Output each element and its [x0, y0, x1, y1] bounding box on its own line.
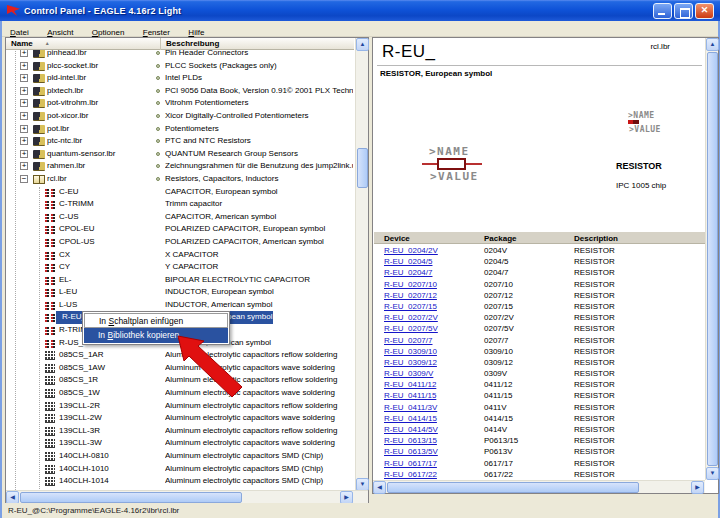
tree-horizontal-scrollbar[interactable]: ◀ ▶ [6, 490, 368, 503]
expand-toggle-icon[interactable] [20, 62, 28, 70]
description-cell: RESISTOR [574, 323, 615, 334]
detail-vscroll-thumb[interactable] [707, 52, 718, 466]
tree-row[interactable]: plxtech.lbr PCI 9056 Data Book, Version … [6, 85, 354, 98]
tree-row[interactable]: CPOL-EU POLARIZED CAPACITOR, European sy… [6, 223, 354, 236]
column-header-description[interactable]: Beschreibung [161, 38, 219, 50]
tree-row[interactable]: quantum-sensor.lbr QUANTUM Research Grou… [6, 148, 354, 161]
tree-row[interactable]: pinhead.lbr Pin Header Connectors [6, 50, 354, 60]
expand-toggle-icon[interactable] [20, 162, 28, 170]
tree-row[interactable]: pot.lbr Potentiometers [6, 123, 354, 136]
device-link[interactable]: R-EU_0414/15 [384, 413, 437, 424]
tree-row-description: Intel PLDs [165, 72, 353, 85]
detail-hscroll-thumb[interactable] [387, 482, 639, 493]
tree-row[interactable]: rcl.lbr Resistors, Capacitors, Inductors [6, 173, 354, 186]
library-item-icon [45, 276, 55, 285]
device-link[interactable]: R-EU_0613/5V [384, 446, 438, 457]
device-link[interactable]: R-EU_0411/15 [384, 390, 436, 401]
tree-row[interactable]: rahmen.lbr Zeichnungsrahmen für die Benu… [6, 160, 354, 173]
scroll-up-icon[interactable]: ▲ [706, 38, 719, 51]
description-cell: RESISTOR [574, 469, 615, 480]
minimize-button[interactable] [653, 3, 672, 19]
device-link[interactable]: R-EU_0617/22 [384, 469, 437, 480]
expand-toggle-icon[interactable] [20, 175, 28, 183]
device-link[interactable]: R-EU_0411/12 [384, 379, 436, 390]
detail-vertical-scrollbar[interactable]: ▲ ▼ [705, 38, 718, 480]
tree-row[interactable]: ptc-ntc.lbr PTC and NTC Resistors [6, 135, 354, 148]
device-link[interactable]: R-EU_0411/3V [384, 402, 437, 413]
scroll-up-icon[interactable]: ▲ [356, 38, 369, 51]
tree-row[interactable]: 085CS_1AR Aluminum electrolytic capacito… [6, 349, 354, 362]
tree-row-description: Y CAPACITOR [165, 261, 353, 274]
library-item-icon [45, 414, 55, 423]
device-link[interactable]: R-EU_0207/15 [384, 301, 437, 312]
device-link[interactable]: R-EU_0414/5V [384, 424, 438, 435]
tree-row[interactable]: 140CLH-1010 Aluminum electrolytic capaci… [6, 463, 354, 476]
tree-row[interactable]: CY Y CAPACITOR [6, 261, 354, 274]
expand-toggle-icon[interactable] [20, 74, 28, 82]
device-link[interactable]: R-EU_0309/10 [384, 346, 437, 357]
tree-row[interactable]: 085CS_1R Aluminum electrolytic capacitor… [6, 374, 354, 387]
table-row: R-EU_0207/10 0207/10 RESISTOR [374, 279, 705, 290]
tree-row[interactable]: CPOL-US POLARIZED CAPACITOR, American sy… [6, 236, 354, 249]
tree-row-name: CX [59, 249, 70, 262]
tree-row[interactable]: plcc-socket.lbr PLCC Sockets (Packages o… [6, 60, 354, 73]
device-link[interactable]: R-EU_0204/2V [384, 245, 438, 256]
device-link[interactable]: R-EU_0207/7 [384, 335, 432, 346]
tree-row[interactable]: pot-xicor.lbr Xicor Digitally-Controlled… [6, 110, 354, 123]
device-link[interactable]: R-EU_0309/V [384, 368, 433, 379]
expand-toggle-icon[interactable] [20, 50, 28, 57]
device-link[interactable]: R-EU_0207/5V [384, 323, 438, 334]
tree-vertical-scrollbar[interactable]: ▲ ▼ [355, 38, 368, 491]
table-row: R-EU_0309/10 0309/10 RESISTOR [374, 346, 705, 357]
tree-row[interactable]: C-EU CAPACITOR, European symbol [6, 186, 354, 199]
tree-row[interactable]: C-TRIMM Trimm capacitor [6, 198, 354, 211]
context-menu-item[interactable]: In Schaltplan einfügen [84, 313, 228, 328]
expand-toggle-icon[interactable] [20, 99, 28, 107]
expand-toggle-icon[interactable] [20, 112, 28, 120]
tree-row[interactable]: 085CS_1W Aluminum electrolytic capacitor… [6, 387, 354, 400]
device-link[interactable]: R-EU_0207/2V [384, 312, 438, 323]
library-item-icon [33, 50, 45, 58]
tree-row[interactable]: pot-vitrohm.lbr Vitrohm Potentiometers [6, 97, 354, 110]
scroll-left-icon[interactable]: ◀ [373, 481, 386, 494]
tree-row[interactable]: L-US INDUCTOR, American symbol [6, 299, 354, 312]
description-cell: RESISTOR [574, 301, 615, 312]
column-header-name[interactable]: Name▲ [6, 38, 161, 50]
tree-row[interactable]: 085CS_1AW Aluminum electrolytic capacito… [6, 362, 354, 375]
device-link[interactable]: R-EU_0204/7 [384, 267, 432, 278]
device-link[interactable]: R-EU_0613/15 [384, 435, 437, 446]
scroll-down-icon[interactable]: ▼ [706, 467, 719, 480]
close-button[interactable] [695, 3, 714, 19]
tree-row[interactable]: C-US CAPACITOR, American symbol [6, 211, 354, 224]
expand-toggle-icon[interactable] [20, 137, 28, 145]
title-bar[interactable]: Control Panel - EAGLE 4.16r2 Light [0, 0, 720, 21]
restore-button[interactable] [674, 3, 693, 19]
tree-row[interactable]: CX X CAPACITOR [6, 249, 354, 262]
tree-row[interactable]: 139CLL-2R Aluminum electrolytic capacito… [6, 400, 354, 413]
scroll-right-icon[interactable]: ▶ [691, 481, 704, 494]
context-menu-item[interactable]: In Bibliothek kopieren [84, 328, 228, 343]
device-link[interactable]: R-EU_0309/12 [384, 357, 437, 368]
usage-dot-icon [156, 89, 160, 93]
tree-row[interactable]: 140CLH-0810 Aluminum electrolytic capaci… [6, 450, 354, 463]
tree-row-name: C-TRIMM [59, 198, 94, 211]
library-item-icon [45, 351, 55, 360]
expand-toggle-icon[interactable] [20, 125, 28, 133]
tree-row[interactable]: 139CLL-3R Aluminum electrolytic capacito… [6, 425, 354, 438]
tree-vscroll-thumb[interactable] [357, 148, 368, 188]
tree-row[interactable]: 140CLH-1014 Aluminum electrolytic capaci… [6, 475, 354, 488]
tree-hscroll-thumb[interactable] [20, 492, 242, 503]
tree-row[interactable]: pld-intel.lbr Intel PLDs [6, 72, 354, 85]
expand-toggle-icon[interactable] [20, 150, 28, 158]
usage-dot-icon [156, 51, 160, 55]
tree-row[interactable]: EL- BIPOLAR ELECTROLYTIC CAPACITOR [6, 274, 354, 287]
device-link[interactable]: R-EU_0207/12 [384, 290, 437, 301]
expand-toggle-icon[interactable] [20, 87, 28, 95]
tree-row[interactable]: 139CLL-2W Aluminum electrolytic capacito… [6, 412, 354, 425]
device-link[interactable]: R-EU_0207/10 [384, 279, 437, 290]
device-link[interactable]: R-EU_0617/17 [384, 458, 437, 469]
tree-row[interactable]: L-EU INDUCTOR, European symbol [6, 286, 354, 299]
detail-horizontal-scrollbar[interactable]: ◀ ▶ [373, 480, 705, 493]
device-link[interactable]: R-EU_0204/5 [384, 256, 432, 267]
tree-row[interactable]: 139CLL-3W Aluminum electrolytic capacito… [6, 437, 354, 450]
